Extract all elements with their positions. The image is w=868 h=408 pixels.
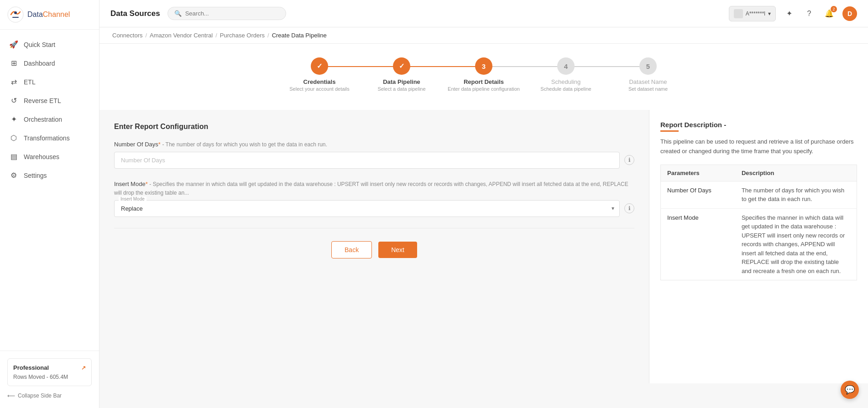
collapse-sidebar-button[interactable]: ⟵ Collapse Side Bar [7, 391, 92, 401]
logo-data-text: Data [27, 10, 43, 18]
number-of-days-input[interactable] [114, 152, 620, 169]
step-sub-4: Schedule data pipeline [540, 86, 591, 92]
step-circle-3: 3 [475, 57, 492, 75]
etl-icon: ⇄ [9, 77, 18, 86]
reverse-etl-icon: ↺ [9, 96, 18, 105]
step-sub-3: Enter data pipeline configuration [448, 86, 520, 92]
step-name-5: Dataset Name [628, 78, 668, 85]
plan-title: Professional ↗ [13, 364, 86, 371]
param-name-1: Number Of Days [661, 181, 735, 208]
step-3: 3 Report Details Enter data pipeline con… [443, 57, 525, 92]
sidebar-item-label: Reverse ETL [24, 97, 61, 104]
action-buttons: Back Next [114, 241, 634, 258]
step-name-2: Data Pipeline [377, 78, 425, 85]
breadcrumb-connectors[interactable]: Connectors [112, 32, 142, 39]
insert-mode-label: Insert Mode* - Specifies the manner in w… [114, 180, 634, 197]
warehouses-icon: ▤ [9, 152, 18, 161]
steps-wizard: ✓ Credentials Select your account detail… [278, 57, 689, 99]
sidebar-item-label: Settings [24, 172, 47, 179]
insert-mode-select-wrapper: Insert Mode Replace Append Upsert ▾ [114, 200, 620, 217]
transformations-icon: ⬡ [9, 134, 18, 142]
sidebar-item-label: Transformations [24, 134, 70, 142]
sidebar-item-transformations[interactable]: ⬡ Transformations [0, 129, 99, 147]
step-name-1: Credentials [289, 78, 349, 85]
chevron-down-icon: ▾ [768, 10, 771, 17]
page-title: Data Sources [110, 9, 160, 18]
report-desc-text: This pipeline can be used to request and… [660, 137, 857, 156]
report-description-panel: Report Description - This pipeline can b… [649, 110, 868, 383]
notification-badge: 2 [831, 6, 837, 12]
svg-point-0 [8, 7, 23, 22]
params-col-header: Parameters [661, 165, 735, 181]
sidebar-item-label: Orchestration [24, 116, 62, 123]
form-content: Enter Report Configuration Number Of Day… [99, 110, 868, 383]
sidebar-item-settings[interactable]: ⚙ Settings [0, 166, 99, 185]
number-of-days-info-icon[interactable]: ℹ [624, 155, 634, 165]
step-2: ✓ Data Pipeline Select a data pipeline [361, 57, 443, 92]
plan-box: Professional ↗ Rows Moved - 605.4M [7, 358, 92, 386]
orchestration-icon: ✦ [9, 115, 18, 124]
breadcrumb-amazon[interactable]: Amazon Vendor Central [150, 32, 213, 39]
logo-channel-text: Channel [43, 10, 70, 18]
param-desc-2: Specifies the manner in which data will … [735, 208, 857, 280]
insert-mode-info-icon[interactable]: ℹ [624, 203, 634, 213]
help-button[interactable]: ? [802, 7, 816, 21]
form-divider [114, 228, 634, 228]
insert-mode-input-row: Insert Mode Replace Append Upsert ▾ ℹ [114, 200, 634, 217]
step-name-3: Report Details [448, 78, 520, 85]
insert-mode-select[interactable]: Replace Append Upsert [114, 200, 620, 217]
sidebar-item-orchestration[interactable]: ✦ Orchestration [0, 110, 99, 129]
sidebar-item-quick-start[interactable]: 🚀 Quick Start [0, 35, 99, 54]
dashboard-icon: ⊞ [9, 59, 18, 67]
step-label-4: Scheduling Schedule data pipeline [540, 78, 591, 92]
params-table: Parameters Description Number Of Days Th… [660, 165, 857, 281]
sidebar-bottom: Professional ↗ Rows Moved - 605.4M ⟵ Col… [0, 351, 99, 408]
external-link-icon[interactable]: ↗ [81, 365, 86, 371]
breadcrumb-purchase-orders[interactable]: Purchase Orders [220, 32, 265, 39]
search-bar[interactable]: 🔍 [167, 7, 286, 20]
account-avatar-placeholder [734, 9, 743, 18]
svg-point-1 [14, 11, 17, 14]
param-desc-1: The number of days for which you wish to… [735, 181, 857, 208]
notifications-button[interactable]: 🔔 2 [822, 7, 836, 21]
sidebar-item-etl[interactable]: ⇄ ETL [0, 72, 99, 91]
step-5: 5 Dataset Name Set dataset name [607, 57, 689, 92]
step-circle-4: 4 [557, 57, 575, 75]
table-row: Number Of Days The number of days for wh… [661, 181, 857, 208]
breadcrumb-current: Create Data Pipeline [272, 32, 327, 39]
sidebar-item-dashboard[interactable]: ⊞ Dashboard [0, 54, 99, 72]
sparkle-button[interactable]: ✦ [782, 7, 796, 21]
breadcrumb-sep-2: / [215, 32, 217, 39]
topbar: Data Sources 🔍 A*******l ▾ ✦ ? 🔔 2 D [99, 0, 868, 27]
settings-icon: ⚙ [9, 171, 18, 180]
account-dropdown[interactable]: A*******l ▾ [729, 6, 776, 21]
step-circle-2: ✓ [393, 57, 410, 75]
sidebar-item-label: Dashboard [24, 60, 55, 67]
param-name-2: Insert Mode [661, 208, 735, 280]
step-circle-1: ✓ [311, 57, 328, 75]
form-section-title: Enter Report Configuration [114, 123, 634, 131]
next-button[interactable]: Next [378, 242, 417, 258]
search-input[interactable] [185, 10, 279, 17]
desc-col-header: Description [735, 165, 857, 181]
step-4: 4 Scheduling Schedule data pipeline [525, 57, 607, 92]
main-area: Data Sources 🔍 A*******l ▾ ✦ ? 🔔 2 D Con… [99, 0, 868, 408]
sidebar-item-warehouses[interactable]: ▤ Warehouses [0, 147, 99, 166]
user-avatar[interactable]: D [842, 6, 857, 21]
number-of-days-field: Number Of Days* - The number of days for… [114, 140, 634, 169]
step-sub-5: Set dataset name [628, 86, 668, 92]
step-label-5: Dataset Name Set dataset name [628, 78, 668, 92]
back-button[interactable]: Back [331, 241, 372, 258]
chat-fab-button[interactable]: 💬 [841, 381, 859, 399]
sidebar-item-reverse-etl[interactable]: ↺ Reverse ETL [0, 91, 99, 110]
sidebar-item-label: Quick Start [24, 41, 55, 48]
rocket-icon: 🚀 [9, 40, 18, 49]
step-sub-2: Select a data pipeline [377, 86, 425, 92]
wizard-area: ✓ Credentials Select your account detail… [99, 44, 868, 110]
report-desc-accent-line [660, 130, 679, 132]
sidebar-nav: 🚀 Quick Start ⊞ Dashboard ⇄ ETL ↺ Revers… [0, 30, 99, 351]
plan-rows: Rows Moved - 605.4M [13, 374, 86, 380]
number-of-days-input-row: ℹ [114, 152, 634, 169]
search-icon: 🔍 [174, 10, 182, 17]
insert-mode-field: Insert Mode* - Specifies the manner in w… [114, 180, 634, 217]
